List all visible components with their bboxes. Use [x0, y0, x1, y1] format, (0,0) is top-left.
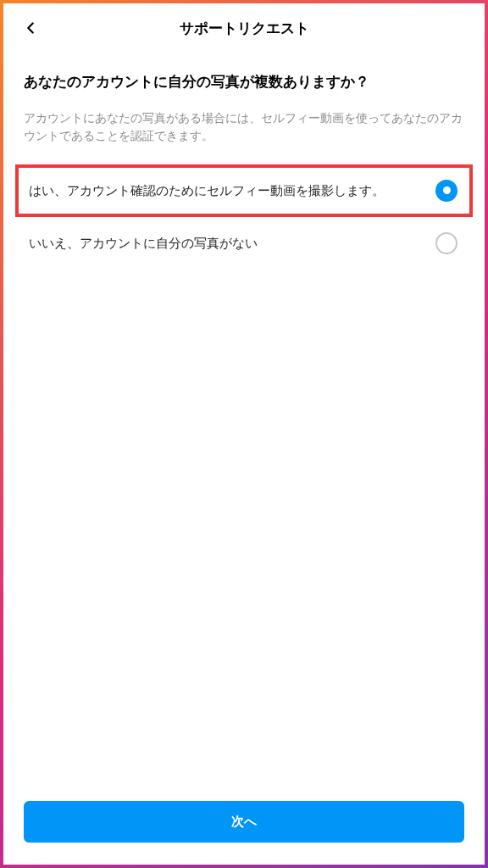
radio-selected-icon	[435, 180, 458, 202]
question-title: あなたのアカウントに自分の写真が複数ありますか？	[24, 71, 464, 92]
option-label: はい、アカウント確認のためにセルフィー動画を撮影します。	[29, 181, 425, 200]
chevron-left-icon	[21, 19, 40, 37]
header: サポートリクエスト	[3, 3, 485, 53]
option-no-photos[interactable]: いいえ、アカウントに自分の写真がない	[24, 217, 464, 270]
footer: 次へ	[3, 801, 485, 865]
next-button[interactable]: 次へ	[24, 801, 464, 843]
option-yes-selfie[interactable]: はい、アカウント確認のためにセルフィー動画を撮影します。	[15, 164, 473, 217]
question-description: アカウントにあなたの写真がある場合には、セルフィー動画を使ってあなたのアカウント…	[24, 109, 464, 146]
content: あなたのアカウントに自分の写真が複数ありますか？ アカウントにあなたの写真がある…	[3, 53, 485, 801]
page-title: サポートリクエスト	[180, 19, 309, 38]
radio-unselected-icon	[435, 232, 458, 254]
app-container: サポートリクエスト あなたのアカウントに自分の写真が複数ありますか？ アカウント…	[3, 3, 485, 865]
back-button[interactable]	[19, 16, 42, 40]
option-label: いいえ、アカウントに自分の写真がない	[29, 233, 425, 253]
